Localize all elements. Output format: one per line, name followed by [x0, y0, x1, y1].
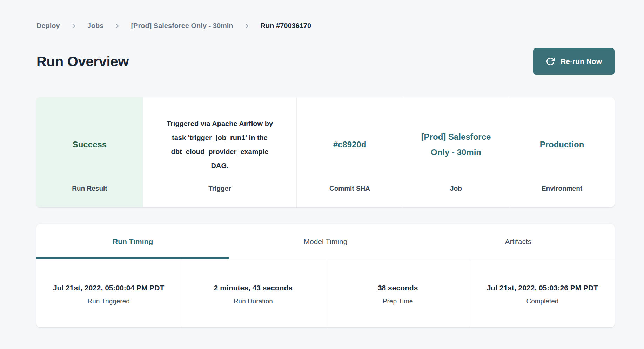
breadcrumb: Deploy Jobs [Prod] Salesforce Only - 30m…: [36, 0, 615, 30]
tab-run-timing-label: Run Timing: [113, 237, 153, 246]
commit-sha-link[interactable]: #c8920d: [333, 137, 367, 152]
run-summary-row: Success Run Result Triggered via Apache …: [36, 97, 615, 207]
run-result-value: Success: [73, 137, 107, 152]
page-header: Run Overview Re-run Now: [36, 48, 615, 75]
refresh-cw-icon: [546, 57, 555, 66]
run-triggered-label: Run Triggered: [87, 297, 129, 305]
environment-card: Production Environment: [509, 97, 615, 207]
trigger-value: Triggered via Apache Airflow by task 'tr…: [162, 117, 278, 173]
run-triggered-value: Jul 21st, 2022, 05:00:04 PM PDT: [53, 281, 165, 294]
run-result-value-wrap: Success: [73, 104, 107, 185]
tab-bar: Run Timing Model Timing Artifacts: [36, 224, 615, 259]
run-duration-label: Run Duration: [234, 297, 273, 305]
run-triggered-card: Jul 21st, 2022, 05:00:04 PM PDT Run Trig…: [36, 259, 181, 327]
run-duration-card: 2 minutes, 43 seconds Run Duration: [181, 259, 325, 327]
rerun-now-label: Re-run Now: [561, 57, 602, 66]
tab-model-timing-label: Model Timing: [304, 237, 348, 246]
tab-run-timing[interactable]: Run Timing: [36, 224, 229, 259]
commit-sha-card: #c8920d Commit SHA: [296, 97, 403, 207]
prep-time-value: 38 seconds: [378, 281, 418, 294]
commit-sha-value-wrap: #c8920d: [333, 104, 367, 185]
trigger-value-wrap: Triggered via Apache Airflow by task 'tr…: [162, 104, 278, 185]
trigger-card: Triggered via Apache Airflow by task 'tr…: [143, 97, 296, 207]
run-duration-value: 2 minutes, 43 seconds: [214, 281, 293, 294]
run-result-label: Run Result: [72, 185, 107, 192]
environment-link[interactable]: Production: [540, 137, 584, 152]
prep-time-card: 38 seconds Prep Time: [326, 259, 470, 327]
environment-label: Environment: [542, 185, 582, 192]
prep-time-label: Prep Time: [383, 297, 413, 305]
page-title: Run Overview: [36, 54, 129, 70]
tab-model-timing[interactable]: Model Timing: [229, 224, 422, 259]
completed-value: Jul 21st, 2022, 05:03:26 PM PDT: [487, 281, 598, 294]
run-detail-panel: Run Timing Model Timing Artifacts Jul 21…: [36, 224, 615, 327]
run-overview-page: Deploy Jobs [Prod] Salesforce Only - 30m…: [36, 0, 615, 327]
trigger-label: Trigger: [208, 185, 231, 192]
chevron-right-icon: [244, 23, 250, 29]
job-link[interactable]: [Prod] Salesforce Only - 30min: [421, 129, 491, 160]
run-timing-content: Jul 21st, 2022, 05:00:04 PM PDT Run Trig…: [36, 259, 615, 327]
job-card: [Prod] Salesforce Only - 30min Job: [403, 97, 509, 207]
breadcrumb-item-jobs[interactable]: Jobs: [87, 22, 104, 30]
rerun-now-button[interactable]: Re-run Now: [533, 48, 615, 75]
tab-artifacts[interactable]: Artifacts: [422, 224, 615, 259]
breadcrumb-item-deploy[interactable]: Deploy: [36, 22, 60, 30]
job-value-wrap: [Prod] Salesforce Only - 30min: [421, 104, 491, 185]
tab-artifacts-label: Artifacts: [505, 237, 531, 246]
chevron-right-icon: [71, 23, 77, 29]
breadcrumb-item-job-name[interactable]: [Prod] Salesforce Only - 30min: [131, 22, 233, 30]
completed-card: Jul 21st, 2022, 05:03:26 PM PDT Complete…: [470, 259, 615, 327]
completed-label: Completed: [526, 297, 558, 305]
commit-sha-label: Commit SHA: [329, 185, 370, 192]
environment-value-wrap: Production: [540, 104, 584, 185]
breadcrumb-item-current-run: Run #70036170: [261, 22, 311, 30]
run-result-card: Success Run Result: [36, 97, 143, 207]
job-label: Job: [450, 185, 462, 192]
chevron-right-icon: [114, 23, 120, 29]
